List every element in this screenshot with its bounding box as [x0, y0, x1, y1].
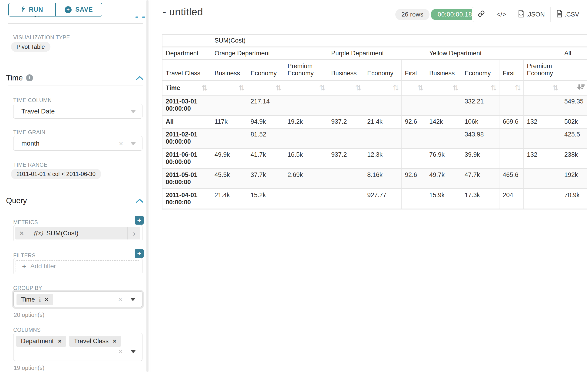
chart-title[interactable]: - untitled	[163, 6, 203, 18]
metric-name: SUM(Cost)	[46, 230, 78, 237]
pivot-cell: 92.6	[402, 115, 426, 128]
time-range-pill[interactable]: 2011-01-01 ≤ col < 2011-06-30	[11, 169, 101, 179]
row-header: 2011-05-01 00:00:00	[162, 169, 211, 189]
bolt-icon	[21, 6, 25, 14]
pivot-cell: 132	[524, 115, 561, 128]
pivot-cell: 549.35	[561, 95, 587, 115]
sort-icon[interactable]: ⇅	[452, 84, 459, 92]
pivot-cell: 238k	[561, 148, 587, 169]
pivot-cell: 2.69k	[284, 169, 328, 189]
remove-chip-icon[interactable]: ×	[45, 296, 48, 303]
collapse-query-chevron-up-icon[interactable]	[136, 198, 143, 203]
pivot-cell: 47.7k	[461, 169, 499, 189]
pivot-cell: 19.2k	[284, 115, 328, 128]
sort-descending-icon[interactable]	[577, 84, 585, 92]
columns-chip-travel-class[interactable]: Travel Class ×	[69, 336, 121, 347]
share-link-button[interactable]	[472, 7, 491, 22]
column-sort-header[interactable]: ⇅	[524, 81, 561, 95]
code-icon: </>	[496, 11, 506, 18]
group-by-select[interactable]: Time i × ×	[13, 291, 142, 307]
row-header: 2011-02-01 00:00:00	[162, 128, 211, 148]
remove-metric-icon[interactable]: ×	[15, 227, 28, 239]
clear-icon[interactable]: ×	[118, 347, 123, 356]
add-filter-button[interactable]: +	[135, 249, 144, 258]
chevron-right-icon[interactable]: ›	[127, 227, 140, 239]
embed-code-button[interactable]: </>	[491, 7, 512, 22]
chart-editor-page: Chart Type RUN + SAVE VISUALIZATION TYPE…	[0, 0, 588, 372]
pivot-cell	[284, 128, 328, 148]
export-csv-button[interactable]: .CSV	[550, 7, 585, 22]
time-grain-value: month	[21, 140, 40, 147]
column-sort-header[interactable]: ⇅	[247, 81, 284, 95]
class-header: Premium Economy	[284, 60, 328, 81]
sidebar-scrollbar[interactable]	[147, 0, 148, 372]
clear-icon[interactable]: ×	[118, 295, 123, 304]
add-metric-button[interactable]: +	[135, 216, 144, 225]
group-by-chip-time[interactable]: Time i ×	[17, 294, 53, 305]
sort-icon[interactable]: ⇅	[355, 84, 361, 92]
pivot-cell	[402, 95, 426, 115]
pivot-cell: 21.4k	[364, 115, 402, 128]
pivot-cell: 81.52	[247, 128, 284, 148]
time-column-label: TIME COLUMN	[13, 97, 52, 104]
sort-icon[interactable]: ⇅	[393, 84, 399, 92]
column-sort-header[interactable]: ⇅	[211, 81, 247, 95]
sort-icon[interactable]: ⇅	[239, 84, 245, 92]
column-sort-header[interactable]: ⇅	[284, 81, 328, 95]
chevron-down-icon[interactable]	[130, 298, 136, 301]
run-button[interactable]: RUN	[9, 3, 55, 16]
query-section-label: Query	[6, 196, 27, 205]
time-sort-header[interactable]: Time⇅	[162, 81, 211, 95]
column-sort-header[interactable]: ⇅	[328, 81, 364, 95]
chevron-down-icon[interactable]	[131, 350, 136, 353]
pivot-table-container: SUM(Cost) Department Orange Department P…	[162, 34, 587, 210]
sort-icon[interactable]: ⇅	[275, 84, 282, 92]
table-row: 2011-05-01 00:00:00 45.5k 37.7k 2.69k 8.…	[162, 169, 587, 189]
time-axis-label: Time	[166, 85, 180, 92]
corner-cell	[162, 34, 211, 47]
sort-icon[interactable]: ⇅	[319, 84, 325, 92]
sort-icon[interactable]: ⇅	[515, 84, 521, 92]
export-json-button[interactable]: .JSON	[512, 7, 550, 22]
column-sort-header[interactable]: ⇅	[426, 81, 461, 95]
save-button[interactable]: + SAVE	[55, 3, 102, 16]
columns-chip-department[interactable]: Department ×	[16, 336, 66, 347]
time-column-select[interactable]: Travel Date	[13, 104, 142, 118]
pivot-cell: 39.9k	[461, 148, 499, 169]
save-button-label: SAVE	[75, 6, 93, 13]
remove-chip-icon[interactable]: ×	[113, 338, 116, 345]
sort-icon[interactable]: ⇅	[552, 84, 558, 92]
column-sort-header[interactable]: ⇅	[364, 81, 402, 95]
column-sort-header[interactable]: ⇅	[499, 81, 524, 95]
chart-actions-toolbar: </> .JSON .CSV	[472, 7, 588, 22]
chevron-down-icon[interactable]	[131, 142, 136, 145]
time-section-label: Time	[6, 74, 23, 82]
pivot-cell: 17.3k	[461, 189, 499, 209]
pivot-cell	[402, 148, 426, 169]
time-grain-select[interactable]: month ×	[13, 136, 142, 151]
columns-select[interactable]: Department × Travel Class × ×	[13, 333, 142, 361]
visualization-type-pill[interactable]: Pivot Table	[11, 42, 51, 52]
metric-pill[interactable]: × ƒ(x) SUM(Cost) ›	[15, 227, 140, 239]
pivot-cell	[211, 128, 247, 148]
remove-chip-icon[interactable]: ×	[58, 338, 61, 345]
sort-icon[interactable]: ⇅	[417, 84, 423, 92]
pivot-cell: 70.9k	[561, 189, 587, 209]
table-row: 2011-02-01 00:00:00 81.52 343.98 425.5	[162, 128, 587, 148]
pivot-cell	[284, 95, 328, 115]
chevron-down-icon[interactable]	[131, 110, 136, 113]
pivot-cell: 8.16k	[364, 169, 402, 189]
column-sort-header[interactable]: ⇅	[402, 81, 426, 95]
table-row: All 117k 94.9k 19.2k 937.2 21.4k 92.6 14…	[162, 115, 587, 128]
column-sort-header-active[interactable]	[561, 81, 587, 95]
sort-icon[interactable]: ⇅	[491, 84, 497, 92]
add-filter-dropzone[interactable]: + Add filter	[16, 260, 140, 272]
more-options-button[interactable]	[585, 7, 588, 22]
column-sort-header[interactable]: ⇅	[461, 81, 499, 95]
collapse-time-chevron-up-icon[interactable]	[136, 75, 143, 80]
clear-icon[interactable]: ×	[119, 139, 123, 148]
section-divider	[8, 85, 143, 86]
sort-icon[interactable]: ⇅	[201, 84, 208, 92]
class-header: Economy	[247, 60, 284, 81]
metric-body[interactable]: ƒ(x) SUM(Cost)	[28, 230, 127, 237]
